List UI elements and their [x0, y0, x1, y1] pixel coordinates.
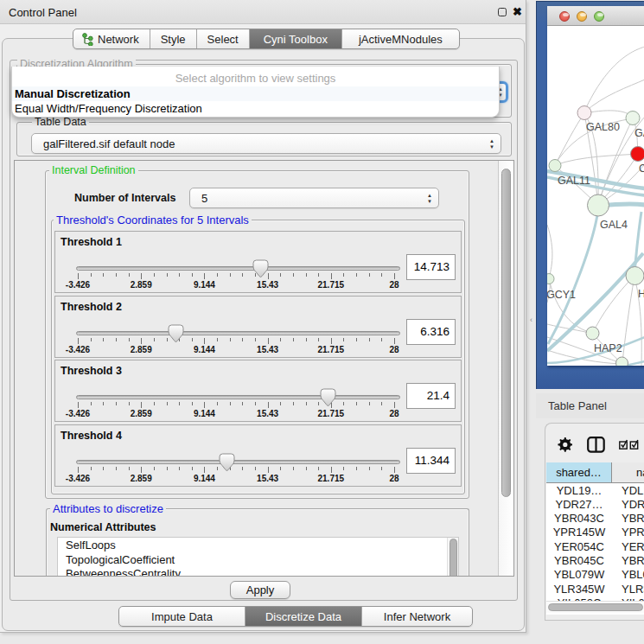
- threshold-value-field[interactable]: 11.344: [406, 448, 456, 474]
- number-of-intervals-combobox[interactable]: 5 ▲▼: [189, 188, 439, 208]
- algorithm-option-equal-width[interactable]: Equal Width/Frequency Discretization: [12, 101, 499, 116]
- network-node[interactable]: [547, 274, 554, 284]
- columns-icon[interactable]: [587, 437, 605, 453]
- table-cell-shared-name[interactable]: YDR27…: [546, 498, 612, 512]
- network-node-label: GAL4: [600, 219, 628, 231]
- traffic-light-close-icon[interactable]: [559, 11, 570, 22]
- tick-label: 21.715: [318, 474, 345, 483]
- network-node[interactable]: [586, 327, 599, 340]
- minor-tick: [306, 402, 307, 405]
- attribute-item[interactable]: SelfLoops: [66, 539, 116, 553]
- settings-scrollbar-thumb[interactable]: [501, 169, 511, 497]
- attributes-list-scrollbar-thumb[interactable]: [450, 539, 457, 577]
- network-edge-highlighted[interactable]: [634, 212, 641, 274]
- tick-label: 28: [389, 280, 399, 290]
- threshold-slider-track[interactable]: [76, 460, 400, 464]
- gear-icon[interactable]: [557, 437, 572, 453]
- table-cell-shared-name[interactable]: YPR145W: [546, 526, 612, 539]
- table-cell-name[interactable]: YBL07: [622, 568, 644, 582]
- threshold-slider-track[interactable]: [76, 395, 400, 399]
- apply-button[interactable]: Apply: [230, 581, 290, 599]
- network-canvas[interactable]: GAL80GACGAL11GAL4GCY1HHAP2: [547, 26, 644, 366]
- major-tick: [78, 467, 79, 473]
- network-edge[interactable]: [584, 80, 644, 112]
- float-window-icon[interactable]: [498, 8, 507, 16]
- network-node[interactable]: [626, 267, 644, 285]
- close-icon[interactable]: ✖: [513, 3, 525, 21]
- minor-tick: [217, 273, 218, 277]
- threshold-slider-track[interactable]: [76, 266, 400, 271]
- network-node[interactable]: [588, 194, 609, 216]
- table-cell-name[interactable]: YDL19: [622, 484, 644, 498]
- network-edge[interactable]: [549, 278, 592, 333]
- attribute-item[interactable]: BetweennessCentrality: [66, 567, 181, 577]
- network-edge[interactable]: [547, 225, 552, 278]
- select-checkboxes-icon[interactable]: [619, 439, 640, 450]
- threshold-slider-thumb[interactable]: [218, 453, 236, 474]
- settings-vertical-scrollbar[interactable]: [498, 161, 513, 576]
- table-cell-shared-name[interactable]: YBL079W: [546, 568, 612, 582]
- threshold-slider-thumb[interactable]: [319, 388, 337, 409]
- tick-label: -3.426: [66, 280, 90, 290]
- tick-label: 2.859: [131, 409, 152, 418]
- major-tick: [268, 402, 269, 408]
- attributes-list[interactable]: SelfLoopsTopologicalCoefficientBetweenne…: [57, 537, 459, 577]
- attribute-item[interactable]: TopologicalCoefficient: [66, 553, 175, 568]
- tab-infer-network[interactable]: Infer Network: [362, 607, 472, 626]
- minor-tick: [154, 402, 155, 405]
- control-panel-title: Control Panel: [9, 6, 77, 19]
- table-cell-name[interactable]: YBR04: [622, 512, 644, 526]
- table-scrollbar-thumb[interactable]: [548, 603, 643, 611]
- tab-network[interactable]: Network: [73, 29, 150, 48]
- minor-tick: [192, 402, 193, 405]
- table-cell-shared-name[interactable]: YLR345W: [546, 583, 612, 596]
- table-cell-shared-name[interactable]: YBR045C: [546, 554, 612, 568]
- tab-discretize-data[interactable]: Discretize Data: [245, 607, 362, 626]
- minor-tick: [293, 402, 294, 405]
- threshold-value-field[interactable]: 21.4: [406, 383, 456, 409]
- major-tick: [394, 402, 395, 408]
- minor-tick: [306, 273, 307, 277]
- traffic-light-minimize-icon[interactable]: [577, 11, 587, 22]
- traffic-light-zoom-icon[interactable]: [594, 11, 604, 22]
- table-cell-shared-name[interactable]: YER054C: [546, 540, 612, 554]
- major-tick: [78, 338, 79, 344]
- network-edge[interactable]: [622, 276, 634, 363]
- minor-tick: [369, 338, 370, 341]
- table-horizontal-scrollbar[interactable]: [546, 601, 644, 613]
- table-cell-name[interactable]: YBR04: [622, 554, 644, 568]
- network-edge[interactable]: [584, 47, 644, 112]
- tab-cyni-toolbox[interactable]: Cyni Toolbox: [250, 29, 342, 48]
- attributes-list-scrollbar[interactable]: [447, 538, 458, 577]
- column-header-shared-name[interactable]: shared…: [546, 462, 612, 483]
- algorithm-option-manual[interactable]: Manual Discretization: [12, 86, 499, 101]
- threshold-slider-thumb[interactable]: [167, 324, 185, 345]
- network-node[interactable]: [577, 106, 591, 120]
- tick-label: 9.144: [194, 474, 215, 483]
- tab-style[interactable]: Style: [150, 29, 197, 48]
- network-node[interactable]: [631, 147, 644, 162]
- tab-impute-data[interactable]: Impute Data: [119, 607, 245, 626]
- tab-jactivemnodules[interactable]: jActiveMNodules: [342, 29, 459, 48]
- network-node[interactable]: [616, 357, 628, 366]
- tab-select[interactable]: Select: [197, 29, 250, 48]
- table-cell-name[interactable]: YLR34: [622, 583, 644, 596]
- node-table[interactable]: shared… na YDL19…YDL19YDR27…YDR27YBR043C…: [546, 462, 644, 615]
- column-header-name[interactable]: na: [612, 462, 644, 483]
- threshold-slider-track[interactable]: [76, 331, 400, 335]
- threshold-slider-thumb[interactable]: [252, 259, 270, 280]
- table-panel-title: Table Panel: [548, 399, 607, 412]
- threshold-value-field[interactable]: 14.713: [406, 254, 456, 280]
- table-cell-name[interactable]: YDR27: [622, 498, 644, 512]
- divider-collapse-icon[interactable]: ‹: [530, 316, 532, 324]
- network-node[interactable]: [626, 112, 640, 125]
- table-cell-name[interactable]: YPR14: [622, 526, 644, 539]
- top-tab-bar: NetworkStyleSelectCyni ToolboxjActiveMNo…: [73, 29, 460, 49]
- table-cell-shared-name[interactable]: YBR043C: [546, 512, 612, 526]
- network-node[interactable]: [549, 160, 561, 172]
- threshold-value-field[interactable]: 6.316: [406, 319, 456, 345]
- table-cell-shared-name[interactable]: YDL19…: [546, 484, 612, 498]
- table-data-combobox[interactable]: galFiltered.sif default node ▲▼: [31, 133, 501, 154]
- tick-label: -3.426: [66, 409, 90, 418]
- table-cell-name[interactable]: YER05: [622, 540, 644, 554]
